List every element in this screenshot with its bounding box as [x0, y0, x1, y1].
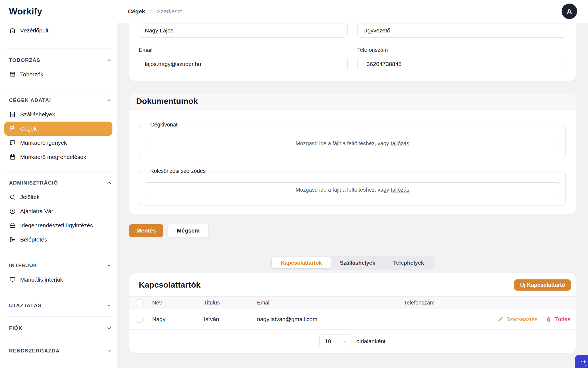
row-actions: Szerkesztés Törlés	[494, 316, 570, 322]
sidebar-group-cegek-adatai[interactable]: CÉGEK ADATAI	[4, 96, 112, 104]
sidebar-item-label: Jelöltek	[20, 194, 39, 200]
delete-row-button[interactable]: Törlés	[546, 316, 570, 322]
sidebar-group-rendszergazda[interactable]: RENDSZERGAZDA	[4, 347, 112, 355]
pagination: 10 oldalanként	[129, 330, 576, 353]
save-button[interactable]: Mentés	[129, 224, 163, 237]
flag-icon	[9, 125, 16, 132]
title-field[interactable]	[357, 23, 566, 38]
column-header-email: Email	[257, 300, 404, 306]
breadcrumb-separator: /	[149, 7, 153, 16]
cegkivonat-file-dropzone[interactable]: Mozgasd ide a fájlt a feltöltéshez, vagy…	[145, 136, 560, 151]
sidebar-group-utaztatas[interactable]: UTAZTATÁS	[4, 302, 112, 309]
sidebar-group-toborzas[interactable]: TOBORZÁS	[4, 56, 112, 64]
breadcrumb: Cégek / Szerkeszt	[128, 7, 182, 16]
edit-row-button[interactable]: Szerkesztés	[498, 316, 537, 322]
pencil-icon	[498, 316, 504, 322]
documents-card-body: Cégkivonat Mozgasd ide a fájlt a feltölt…	[129, 110, 576, 214]
main-content: Email Telefonszám Dokumentumok Cégkivona…	[117, 23, 588, 368]
sidebar-group-adminisztracio[interactable]: ADMINISZTRÁCIÓ	[4, 179, 112, 187]
delete-label: Törlés	[555, 316, 570, 322]
dropzone-text: Mozgasd ide a fájlt a feltöltéshez, vagy	[296, 187, 389, 193]
cell-email: nagy.istvan@gmail.com	[257, 316, 404, 322]
chevron-up-icon	[106, 180, 112, 186]
sidebar-group-fiok[interactable]: FIÓK	[4, 324, 112, 332]
sidebar-item-vezerlopult[interactable]: Vezérlőpult	[4, 23, 112, 38]
chevron-down-icon	[106, 348, 112, 354]
kolcsonzesi-szerzodes-fieldset: Kölcsönzési szerződés Mozgasd ide a fájl…	[139, 168, 566, 206]
cegkivonat-fieldset: Cégkivonat Mozgasd ide a fájlt a feltölt…	[139, 122, 566, 159]
sidebar-item-label: Idegenrendészeti ügyintézés	[20, 222, 93, 229]
sidebar-item-cegek[interactable]: Cégek	[4, 122, 112, 136]
sidebar-item-jeloltek[interactable]: Jelöltek	[4, 190, 112, 204]
sidebar-item-manualis-interjuk[interactable]: Manuális interjúk	[4, 273, 112, 287]
email-field[interactable]	[139, 57, 348, 71]
dropzone-text: Mozgasd ide a fájlt a feltöltéshez, vagy	[296, 140, 389, 147]
divider	[5, 294, 112, 294]
chevron-up-icon	[106, 97, 112, 103]
brand-logo: Workify	[9, 6, 42, 17]
divider	[5, 254, 112, 254]
sidebar-item-label: Toborzók	[20, 71, 43, 78]
cegkivonat-legend: Cégkivonat	[148, 122, 180, 128]
inbox-icon	[9, 71, 16, 78]
sparkles-icon	[578, 358, 588, 368]
contacts-title: Kapcsolattartók	[139, 280, 201, 289]
chevron-down-icon	[106, 303, 112, 309]
sidebar-item-szallashelyek[interactable]: Szálláshelyek	[4, 107, 112, 122]
chevron-up-icon	[106, 57, 112, 63]
column-header-nev: Név	[152, 300, 204, 306]
select-all-checkbox[interactable]	[136, 299, 143, 306]
page-size-select[interactable]: 10	[319, 334, 351, 348]
page-size-suffix: oldalanként	[356, 338, 385, 345]
tab-szallashelyek[interactable]: Szálláshelyek	[331, 257, 384, 268]
name-field[interactable]	[139, 23, 348, 38]
cancel-button[interactable]: Mégsem	[168, 224, 208, 237]
tab-kapcsolattartok[interactable]: Kapcsolattartók	[272, 257, 331, 268]
browse-link[interactable]: tallózás	[391, 140, 409, 147]
cell-nev: Nagy	[152, 316, 204, 322]
sidebar-item-ajanlatra-var[interactable]: Ajánlatra Vár	[4, 204, 112, 218]
sidebar-item-idegenrendeszeti[interactable]: Idegenrendészeti ügyintézés	[4, 218, 112, 233]
sidebar-item-munkaero-megrendelesek[interactable]: Munkaerő megrendelések	[4, 150, 112, 164]
phone-field[interactable]	[357, 57, 566, 71]
tabs: Kapcsolattartók Szálláshelyek Telephelye…	[270, 256, 434, 270]
sidebar-group-title: CÉGEK ADATAI	[9, 97, 51, 103]
logo-row: Workify	[0, 0, 117, 23]
sidebar-item-label: Vezérlőpult	[20, 27, 48, 34]
add-contact-button[interactable]: Új Kapcsolattartó	[514, 279, 571, 291]
divider	[5, 49, 112, 49]
kolcsonzesi-szerzodes-legend: Kölcsönzési szerződés	[148, 168, 208, 174]
contacts-table-header: Név Titulus Email Telefonszám	[129, 296, 576, 309]
tab-telephelyek[interactable]: Telephelyek	[384, 257, 433, 268]
chevron-up-icon	[106, 263, 112, 269]
browse-link[interactable]: tallózás	[391, 187, 409, 193]
briefcase-icon	[9, 222, 16, 229]
clock-icon	[9, 208, 16, 215]
page-size-value: 10	[325, 338, 331, 345]
sidebar-item-toborzok[interactable]: Toborzók	[4, 67, 112, 82]
ai-assistant-button[interactable]	[575, 355, 588, 368]
email-field-group: Email	[139, 38, 348, 71]
calendar-icon	[9, 153, 16, 161]
sidebar-item-munkaero-igenyek[interactable]: Munkaerő igények	[4, 136, 112, 150]
sidebar-item-beleptetes[interactable]: Beléptetés	[4, 233, 112, 247]
divider	[5, 89, 112, 89]
sidebar: Workify Vezérlőpult TOBORZÁS Toborzók CÉ…	[0, 0, 117, 368]
sidebar-item-label: Ajánlatra Vár	[20, 208, 53, 215]
sidebar-group-interjuk[interactable]: INTERJÚK	[4, 262, 112, 269]
chat-icon	[9, 139, 16, 146]
sidebar-item-label: Munkaerő megrendelések	[20, 154, 86, 160]
phone-field-group: Telefonszám	[357, 38, 566, 71]
row-checkbox[interactable]	[136, 316, 143, 323]
email-label: Email	[139, 47, 348, 53]
phone-label: Telefonszám	[357, 47, 566, 53]
trash-icon	[546, 316, 552, 322]
kolcsonzesi-file-dropzone[interactable]: Mozgasd ide a fájlt a feltöltéshez, vagy…	[145, 182, 560, 197]
documents-card: Dokumentumok Cégkivonat Mozgasd ide a fá…	[129, 93, 576, 214]
column-header-titulus: Titulus	[204, 300, 257, 306]
avatar[interactable]: A	[562, 4, 577, 19]
contact-edit-card: Email Telefonszám	[129, 23, 576, 81]
monitor-icon	[9, 276, 16, 283]
contacts-card: Kapcsolattartók Új Kapcsolattartó Név Ti…	[129, 273, 576, 353]
breadcrumb-section[interactable]: Cégek	[128, 8, 145, 15]
